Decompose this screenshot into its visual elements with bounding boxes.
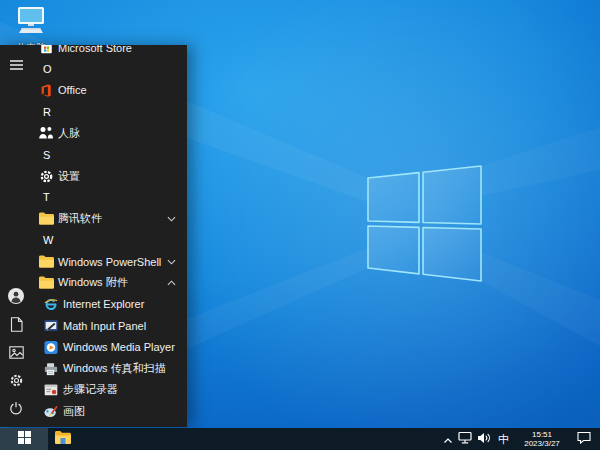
menu-item-label: Windows Media Player: [63, 341, 175, 353]
start-menu-item-windows-fax-scan[interactable]: Windows 传真和扫描: [32, 358, 187, 379]
start-menu-item-paint[interactable]: 画图: [32, 401, 187, 422]
section-letter-w[interactable]: W: [32, 230, 187, 251]
chevron-up-icon: [167, 280, 176, 286]
wmp-icon: [44, 339, 58, 355]
people-icon: [38, 125, 54, 141]
menu-item-label: W: [43, 234, 53, 246]
start-menu-item-tencent-software[interactable]: 腾讯软件: [32, 208, 187, 229]
this-pc-icon: [13, 22, 49, 39]
windows-logo-icon: [18, 430, 31, 448]
start-menu: Microsoft StoreOOfficeR人脉S设置T腾讯软件WWindow…: [0, 45, 187, 427]
pictures-button[interactable]: [0, 343, 32, 365]
taskbar: 中 15:51 2023/3/27: [0, 428, 600, 450]
user-account-button[interactable]: [0, 287, 32, 309]
menu-item-label: T: [43, 191, 50, 203]
math-icon: [44, 318, 58, 334]
start-menu-rail: [0, 45, 32, 427]
settings-button[interactable]: [0, 371, 32, 393]
menu-item-label: Microsoft Store: [58, 45, 132, 54]
menu-item-label: R: [43, 106, 51, 118]
volume-tray-button[interactable]: [477, 428, 491, 450]
chevron-down-icon: [167, 216, 176, 222]
office-icon: [38, 82, 54, 98]
folder-icon: [38, 254, 54, 270]
menu-item-label: Windows PowerShell: [58, 256, 161, 268]
start-button[interactable]: [0, 428, 48, 450]
taskbar-clock[interactable]: 15:51 2023/3/27: [520, 430, 564, 448]
start-menu-item-microsoft-store[interactable]: Microsoft Store: [32, 45, 187, 58]
folder-icon: [38, 211, 54, 227]
hamburger-icon: [10, 56, 23, 74]
menu-item-label: Internet Explorer: [63, 298, 144, 310]
section-letter-t[interactable]: T: [32, 187, 187, 208]
clock-date: 2023/3/27: [520, 439, 564, 448]
speaker-icon: [477, 430, 491, 448]
fax-icon: [44, 361, 58, 377]
app-list-inner: Microsoft StoreOOfficeR人脉S设置T腾讯软件WWindow…: [32, 45, 187, 422]
power-button[interactable]: [0, 399, 32, 421]
chevron-up-icon: [443, 430, 453, 448]
start-menu-item-people[interactable]: 人脉: [32, 123, 187, 144]
network-tray-button[interactable]: [458, 428, 472, 450]
steps-icon: [44, 382, 58, 398]
document-icon: [10, 317, 23, 336]
gear-icon: [38, 168, 54, 184]
menu-item-label: S: [43, 149, 50, 161]
start-menu-item-settings[interactable]: 设置: [32, 165, 187, 186]
start-menu-item-windows-accessories[interactable]: Windows 附件: [32, 272, 187, 293]
start-menu-item-windows-powershell[interactable]: Windows PowerShell: [32, 251, 187, 272]
start-menu-item-internet-explorer[interactable]: Internet Explorer: [32, 294, 187, 315]
menu-item-label: Windows 附件: [58, 275, 128, 290]
start-menu-item-math-input-panel[interactable]: Math Input Panel: [32, 315, 187, 336]
section-letter-o[interactable]: O: [32, 58, 187, 79]
gear-outline-icon: [9, 373, 24, 392]
clock-time: 15:51: [520, 430, 564, 439]
windows-desktop: 此电脑: [0, 0, 600, 450]
section-letter-r[interactable]: R: [32, 101, 187, 122]
taskbar-file-explorer-button[interactable]: [50, 428, 76, 450]
menu-item-label: 画图: [63, 404, 85, 419]
menu-item-label: Windows 传真和扫描: [63, 361, 166, 376]
menu-item-label: O: [43, 63, 52, 75]
expand-menu-button[interactable]: [0, 55, 32, 75]
menu-item-label: 人脉: [58, 126, 80, 141]
start-menu-item-steps-recorder[interactable]: 步骤记录器: [32, 379, 187, 400]
menu-item-label: 步骤记录器: [63, 382, 118, 397]
menu-item-label: 腾讯软件: [58, 211, 102, 226]
action-center-button[interactable]: [577, 428, 591, 450]
ms-store-icon: [38, 45, 54, 56]
pictures-icon: [9, 345, 24, 363]
menu-item-label: Office: [58, 84, 87, 96]
start-menu-item-windows-media-player[interactable]: Windows Media Player: [32, 336, 187, 357]
file-explorer-icon: [55, 430, 71, 448]
user-avatar-icon: [8, 288, 24, 308]
section-letter-s[interactable]: S: [32, 144, 187, 165]
action-center-icon: [577, 430, 591, 448]
menu-item-label: 设置: [58, 169, 80, 184]
start-menu-app-list: Microsoft StoreOOfficeR人脉S设置T腾讯软件WWindow…: [32, 45, 187, 427]
paint-icon: [44, 403, 58, 419]
tray-overflow-button[interactable]: [443, 428, 453, 450]
system-tray: 中 15:51 2023/3/27: [443, 428, 600, 450]
ie-icon: [44, 296, 58, 312]
folder-icon: [38, 275, 54, 291]
power-icon: [9, 401, 23, 419]
menu-item-label: Math Input Panel: [63, 320, 146, 332]
network-icon: [458, 430, 472, 448]
chevron-down-icon: [167, 259, 176, 265]
documents-button[interactable]: [0, 315, 32, 337]
start-menu-item-office[interactable]: Office: [32, 80, 187, 101]
ime-indicator[interactable]: 中: [496, 428, 511, 450]
